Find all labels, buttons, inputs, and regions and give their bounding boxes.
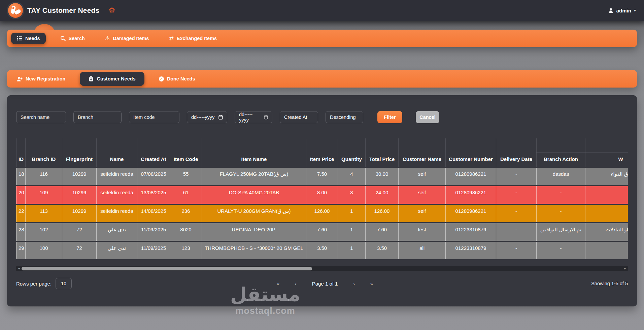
rows-per-page-input[interactable] — [56, 278, 72, 289]
table-cell: 7.60 — [366, 223, 399, 241]
top-bar: TAY Customer Needs ⚙ admin ▾ — [0, 0, 644, 21]
column-header-id[interactable]: ID — [16, 138, 26, 167]
table-cell: dasdas — [537, 168, 585, 185]
column-header-total-price[interactable]: Total Price — [366, 138, 399, 167]
column-header-w[interactable]: W — [585, 138, 628, 167]
date-from-input[interactable]: dd-----yyyy — [187, 111, 227, 123]
scrollbar-thumb[interactable] — [22, 267, 312, 270]
date-to-placeholder: dd-----yyyy — [239, 112, 261, 123]
table-cell: 7.60 — [306, 223, 338, 241]
date-to-input[interactable]: dd-----yyyy — [235, 111, 272, 123]
tab-new-registration-label: New Registration — [26, 76, 65, 81]
filter-button[interactable]: Filter — [377, 111, 402, 123]
table-cell: 30.00 — [366, 168, 399, 185]
table-row[interactable]: 1811610299seifeldin reeda07/08/202555FLA… — [16, 168, 628, 185]
table-cell: 55 — [170, 168, 202, 185]
column-header-branch-id[interactable]: Branch ID — [26, 138, 62, 167]
search-name-input[interactable] — [16, 111, 66, 123]
tab-needs[interactable]: Needs — [11, 33, 46, 44]
table-cell: 22 — [16, 205, 26, 222]
table-cell: 07/08/2025 — [137, 168, 170, 185]
column-header-customer-number[interactable]: Customer Number — [446, 138, 496, 167]
table-cell: 1 — [338, 205, 366, 222]
tab-damaged-items[interactable]: ⚠ Damaged Items — [99, 33, 155, 44]
column-header-branch-action[interactable]: Branch Action — [537, 138, 585, 167]
horizontal-scrollbar[interactable]: ◄ ► — [16, 266, 628, 271]
settings-gear-icon[interactable]: ⚙ — [108, 7, 115, 14]
table-cell: 29 — [16, 242, 26, 259]
cancel-button[interactable]: Cancel — [416, 111, 439, 123]
table-cell — [585, 205, 628, 222]
table-header-row: IDBranch IDFingerprintNameCreated AtItem… — [16, 138, 628, 167]
prev-page-button[interactable]: ‹ — [295, 281, 297, 286]
table-cell: 11/09/2025 — [137, 242, 170, 259]
table-cell: - — [496, 223, 537, 241]
table-cell: seifeldin reeda — [97, 186, 137, 204]
table-row[interactable]: 2910072ندى علي11/09/2025123THROMBOPHOB -… — [16, 242, 628, 259]
table-cell: 116 — [26, 168, 62, 185]
sort-order-select[interactable]: Descending — [326, 111, 363, 123]
tab-exchanged-items[interactable]: ⇄ Exchanged Items — [163, 33, 223, 44]
branch-input[interactable] — [73, 111, 122, 123]
needs-table: IDBranch IDFingerprintNameCreated AtItem… — [16, 137, 628, 260]
table-cell: 20 — [16, 186, 26, 204]
next-page-button[interactable]: › — [353, 281, 355, 286]
tab-customer-needs[interactable]: Customer Needs — [80, 72, 144, 86]
tab-search[interactable]: Search — [55, 33, 91, 44]
page-indicator: Page 1 of 1 — [312, 281, 338, 287]
table-cell: seifeldin reeda — [97, 168, 137, 185]
primary-navbar: Needs Search ⚠ Damaged Items ⇄ Exchanged… — [7, 30, 637, 47]
last-page-button[interactable]: » — [370, 281, 373, 286]
column-header-created-at[interactable]: Created At — [137, 138, 170, 167]
column-header-item-price[interactable]: Item Price — [306, 138, 338, 167]
app-title: TAY Customer Needs — [27, 6, 99, 14]
table-cell: 123 — [170, 242, 202, 259]
table-row[interactable]: 2211310299seifeldin reeda14/08/2025236UR… — [16, 205, 628, 222]
calendar-icon — [218, 115, 223, 120]
table-row[interactable]: 2810272ندى علي11/09/20258020REGINA. DEO … — [16, 223, 628, 241]
table-cell: 14/08/2025 — [137, 205, 170, 222]
first-page-button[interactable]: « — [277, 281, 279, 286]
table-cell: 102 — [26, 223, 62, 241]
table-cell: 7.50 — [306, 168, 338, 185]
column-header-fingerprint[interactable]: Fingerprint — [62, 138, 97, 167]
app-logo-pills-icon — [8, 3, 23, 18]
scroll-left-icon[interactable]: ◄ — [18, 267, 21, 270]
table-cell — [585, 242, 628, 259]
tab-new-registration[interactable]: New Registration — [11, 73, 71, 85]
column-header-quantity[interactable]: Quantity — [338, 138, 366, 167]
column-header-delivery-date[interactable]: Delivery Date — [496, 138, 537, 167]
table-cell: 01223310879 — [446, 242, 496, 259]
secondary-navbar: New Registration Customer Needs ✓ Done N… — [7, 70, 637, 88]
scroll-right-icon[interactable]: ► — [623, 267, 626, 270]
table-cell: 109 — [26, 186, 62, 204]
table-row[interactable]: 2010910299seifeldin reeda13/08/202561DO-… — [16, 186, 628, 204]
table-cell: 126.00 — [306, 205, 338, 222]
page: { "header": { "title": "TAY Customer Nee… — [0, 0, 644, 330]
tab-done-needs[interactable]: ✓ Done Needs — [153, 73, 201, 85]
table-cell: URALYT-U 280GM GRAN(س.ق) — [202, 205, 306, 222]
table-cell: 01280986221 — [446, 205, 496, 222]
pager-controls: « ‹ Page 1 of 1 › » — [277, 281, 373, 287]
sort-field-select[interactable]: Created At — [280, 111, 318, 123]
tab-needs-label: Needs — [25, 36, 40, 41]
table-cell: وق الدواء — [585, 168, 628, 185]
watermark-domain: mostaql.com — [230, 306, 300, 316]
medicine-box-icon — [89, 76, 94, 81]
sort-order-value: Descending — [330, 114, 356, 120]
needs-table-container: IDBranch IDFingerprintNameCreated AtItem… — [16, 137, 628, 260]
user-name: admin — [616, 8, 631, 13]
table-cell: 72 — [62, 242, 97, 259]
column-header-item-code[interactable]: Item Code — [170, 138, 202, 167]
table-cell: seif — [399, 205, 446, 222]
column-header-name[interactable]: Name — [97, 138, 137, 167]
date-from-placeholder: dd-----yyyy — [191, 114, 214, 120]
user-menu[interactable]: admin ▾ — [608, 8, 636, 13]
table-cell: 10299 — [62, 168, 97, 185]
column-header-item-name[interactable]: Item Name — [202, 138, 306, 167]
search-icon — [60, 36, 66, 41]
table-cell: seifeldin reeda — [97, 205, 137, 222]
warning-icon: ⚠ — [105, 36, 110, 41]
column-header-customer-name[interactable]: Customer Name — [399, 138, 446, 167]
item-code-input[interactable] — [129, 111, 179, 123]
